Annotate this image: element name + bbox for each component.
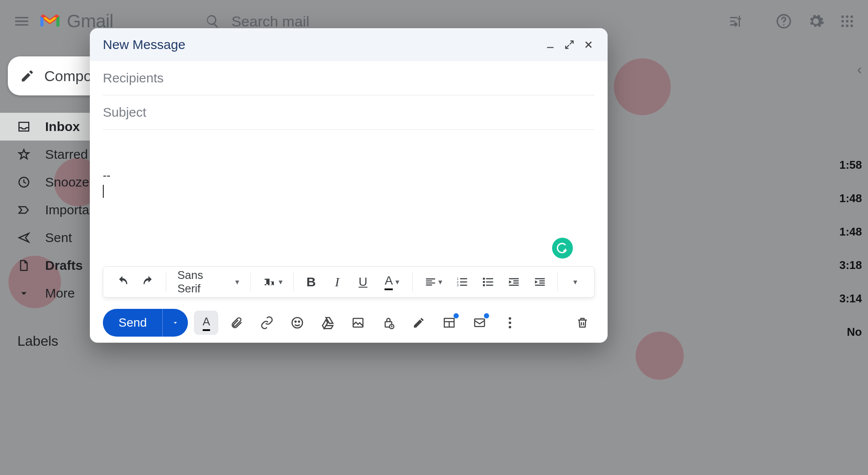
align-button[interactable]: ▾ — [417, 272, 449, 292]
chevron-down-icon: ▾ — [395, 277, 399, 287]
send-button-label: Send — [118, 316, 147, 330]
google-apps-icon[interactable] — [839, 13, 855, 29]
send-button[interactable]: Send — [103, 309, 163, 337]
svg-point-17 — [483, 281, 485, 283]
svg-point-27 — [509, 317, 512, 320]
text-color-button[interactable]: A▾ — [376, 272, 408, 292]
formatting-toolbar: Sans Serif ▾ ▾ B I U A▾ ▾ 123 ▾ — [103, 266, 595, 298]
file-icon — [17, 259, 30, 272]
font-size-button[interactable]: ▾ — [255, 272, 289, 292]
attach-file-button[interactable] — [224, 311, 249, 335]
svg-point-2 — [842, 16, 844, 18]
star-icon — [17, 148, 30, 161]
sidebar-item-label: More — [45, 286, 75, 301]
confidential-mode-button[interactable] — [376, 311, 401, 335]
search-options-icon[interactable] — [728, 14, 743, 29]
insert-signature-button[interactable] — [407, 311, 431, 335]
sidebar-item-label: Sent — [45, 230, 72, 245]
subject-field[interactable] — [103, 95, 595, 130]
toolbar-divider — [250, 272, 251, 292]
grammarly-icon[interactable] — [552, 238, 573, 259]
send-split-button: Send — [103, 309, 188, 337]
minimize-icon[interactable] — [541, 35, 560, 54]
svg-point-5 — [842, 20, 844, 23]
inbox-icon — [17, 120, 30, 133]
send-options-button[interactable] — [163, 309, 188, 337]
formatting-options-button[interactable]: A — [194, 311, 218, 335]
settings-icon[interactable] — [807, 13, 825, 30]
insert-emoji-button[interactable] — [285, 311, 309, 335]
compose-body[interactable]: -- — [103, 134, 595, 266]
chevron-down-icon: ▾ — [573, 277, 577, 287]
redo-button[interactable] — [135, 272, 161, 292]
undo-button[interactable] — [109, 272, 135, 292]
close-icon[interactable] — [579, 35, 598, 54]
recipients-input[interactable] — [103, 61, 595, 95]
svg-point-18 — [483, 284, 485, 286]
support-icon[interactable] — [775, 13, 792, 30]
message-time: 1:48 — [839, 192, 862, 205]
gmail-m-icon — [38, 13, 62, 30]
svg-point-21 — [299, 321, 300, 322]
toolbar-divider — [557, 272, 558, 292]
chevron-down-icon: ▾ — [438, 277, 442, 287]
sidebar-item-label: Drafts — [45, 258, 83, 273]
numbered-list-button[interactable]: 123 — [449, 272, 475, 292]
message-time: 1:58 — [839, 158, 862, 172]
svg-rect-26 — [475, 319, 485, 327]
italic-button[interactable]: I — [324, 272, 350, 292]
sent-icon — [17, 231, 30, 244]
svg-point-19 — [292, 318, 302, 328]
bulleted-list-button[interactable] — [475, 272, 501, 292]
more-options-button[interactable] — [498, 311, 522, 335]
svg-point-7 — [851, 20, 853, 23]
message-time: 3:18 — [839, 259, 862, 272]
toolbar-divider — [412, 272, 413, 292]
indent-decrease-button[interactable] — [501, 272, 527, 292]
font-family-select[interactable]: Sans Serif ▾ — [171, 269, 247, 295]
svg-point-1 — [783, 24, 784, 26]
side-panel-toggle-icon[interactable]: ‹ — [857, 61, 862, 78]
underline-button[interactable]: U — [350, 272, 376, 292]
chevron-down-icon: ▾ — [279, 277, 283, 287]
svg-text:3: 3 — [457, 283, 458, 287]
text-cursor — [103, 185, 104, 198]
svg-point-29 — [509, 326, 512, 328]
insert-link-button[interactable] — [255, 311, 279, 335]
toolbar-divider — [293, 272, 294, 292]
recipients-field[interactable] — [103, 61, 595, 95]
svg-point-6 — [846, 20, 848, 23]
pencil-icon — [20, 69, 35, 83]
indent-increase-button[interactable] — [527, 272, 553, 292]
chevron-down-icon — [17, 287, 30, 300]
svg-point-28 — [509, 321, 512, 324]
signature-separator: -- — [103, 169, 595, 182]
subject-input[interactable] — [103, 95, 595, 129]
search-icon — [205, 14, 220, 29]
schedule-send-button[interactable] — [467, 311, 492, 335]
popout-collapse-icon[interactable] — [560, 35, 579, 54]
insert-photo-button[interactable] — [346, 311, 370, 335]
notification-dot — [454, 313, 459, 318]
sidebar-item-label: Starred — [45, 147, 88, 162]
bold-button[interactable]: B — [298, 272, 324, 292]
svg-point-9 — [846, 25, 848, 27]
insert-drive-button[interactable] — [316, 311, 340, 335]
svg-rect-12 — [547, 47, 553, 48]
main-menu-icon[interactable] — [13, 13, 30, 30]
toolbar-divider — [166, 272, 166, 292]
compose-header[interactable]: New Message — [90, 28, 608, 61]
svg-point-20 — [295, 321, 296, 322]
discard-draft-button[interactable] — [570, 311, 595, 335]
insert-template-button[interactable] — [437, 311, 461, 335]
svg-point-4 — [851, 16, 853, 18]
message-list-times: ‹ 1:58 1:48 1:48 3:18 3:14 No — [829, 61, 868, 339]
more-formatting-button[interactable]: ▾ — [562, 272, 588, 292]
compose-action-row: Send A — [90, 303, 608, 343]
chevron-down-icon: ▾ — [235, 277, 239, 287]
font-family-label: Sans Serif — [178, 269, 230, 295]
svg-point-8 — [842, 25, 844, 27]
compose-title: New Message — [103, 37, 185, 52]
search-input[interactable] — [231, 13, 717, 30]
svg-point-10 — [851, 25, 853, 27]
